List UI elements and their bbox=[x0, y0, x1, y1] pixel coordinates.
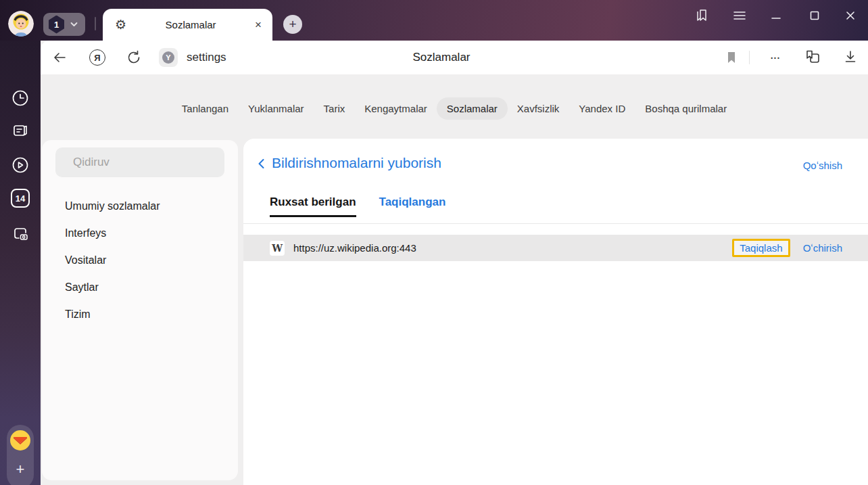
plus-icon: + bbox=[16, 461, 25, 478]
nav-tab-kengaytmalar[interactable]: Kengaytmalar bbox=[364, 103, 427, 114]
notes-button[interactable] bbox=[11, 121, 30, 140]
new-tab-button[interactable]: + bbox=[283, 15, 302, 34]
documents-icon bbox=[11, 121, 30, 140]
back-to-sites-button[interactable] bbox=[255, 157, 268, 170]
maximize-button[interactable] bbox=[806, 7, 823, 24]
wikipedia-favicon: W bbox=[270, 241, 285, 256]
tab-close-icon[interactable]: × bbox=[255, 19, 262, 30]
nav-tab-tarix[interactable]: Tarix bbox=[324, 103, 345, 114]
screenshot-camera-icon bbox=[11, 224, 30, 243]
clock-icon bbox=[11, 89, 30, 108]
minimize-button[interactable] bbox=[767, 7, 785, 24]
collections-icon bbox=[804, 49, 821, 65]
hamburger-menu-icon bbox=[733, 10, 746, 21]
tab-title: Sozlamalar bbox=[126, 19, 255, 30]
tab-sozlamalar[interactable]: ⚙ Sozlamalar × bbox=[103, 9, 272, 41]
video-button[interactable] bbox=[11, 156, 30, 175]
chevron-down-icon bbox=[70, 22, 78, 27]
mail-icon bbox=[9, 430, 31, 451]
close-window-button[interactable] bbox=[842, 7, 859, 24]
avatar-girl-icon bbox=[8, 11, 34, 37]
sidebar-item-interfeys[interactable]: Interfeys bbox=[42, 220, 238, 247]
site-badge[interactable]: Y bbox=[159, 48, 178, 67]
play-circle-icon bbox=[11, 156, 30, 175]
yandex-home-button[interactable]: Я bbox=[89, 49, 105, 66]
nav-tab-yuklanmalar[interactable]: Yuklanmalar bbox=[248, 103, 304, 114]
add-site-link[interactable]: Qoʻshish bbox=[803, 160, 842, 171]
bookmarks-panel-button[interactable] bbox=[693, 7, 710, 24]
sidebar-item-vositalar[interactable]: Vositalar bbox=[42, 247, 238, 274]
tab-ruxsat-berilgan[interactable]: Ruxsat berilgan bbox=[270, 195, 356, 217]
section-title[interactable]: Bildirishnomalarni yuborish bbox=[272, 155, 441, 171]
downloads-button[interactable] bbox=[842, 49, 859, 65]
bookmark-button[interactable] bbox=[723, 49, 740, 66]
nav-tab-boshqa-qurilmalar[interactable]: Boshqa qurilmalar bbox=[645, 103, 727, 114]
main-panel: Bildirishnomalarni yuborish Qoʻshish Rux… bbox=[243, 139, 868, 485]
close-icon bbox=[845, 10, 856, 21]
toolbar: Я Y settings Sozlamalar ... bbox=[41, 41, 868, 74]
nav-tab-xavfsizlik[interactable]: Xavfsizlik bbox=[517, 103, 560, 114]
bookmark-flag-icon bbox=[725, 51, 738, 64]
tabbar-divider bbox=[95, 17, 96, 30]
bookmarks-icon bbox=[694, 7, 710, 24]
nav-tab-tanlangan[interactable]: Tanlangan bbox=[182, 103, 228, 114]
pinned-apps-pill: + bbox=[7, 425, 34, 485]
tab-taqiqlangan[interactable]: Taqiqlangan bbox=[379, 195, 446, 217]
toolbar-divider bbox=[749, 51, 750, 64]
site-row: W https://uz.wikipedia.org:443 Taqiqlash… bbox=[243, 235, 868, 261]
sidebar-item-saytlar[interactable]: Saytlar bbox=[42, 274, 238, 301]
nav-tab-sozlamalar[interactable]: Sozlamalar bbox=[437, 97, 508, 120]
settings-nav-tabs: Tanlangan Yuklanmalar Tarix Kengaytmalar… bbox=[41, 96, 868, 120]
taqiqlash-button[interactable]: Taqiqlash bbox=[732, 239, 790, 257]
tabs-divider bbox=[243, 223, 868, 224]
plus-icon: + bbox=[289, 17, 296, 32]
calendar-day-label: 14 bbox=[16, 193, 25, 204]
add-app-button[interactable]: + bbox=[7, 455, 34, 484]
maximize-icon bbox=[809, 10, 820, 21]
back-button[interactable] bbox=[51, 49, 68, 66]
gear-icon: ⚙ bbox=[115, 18, 126, 31]
sidebar-item-tizim[interactable]: Tizim bbox=[42, 301, 238, 328]
tab-count-badge: 1 bbox=[48, 16, 65, 34]
more-actions-button[interactable]: ... bbox=[765, 41, 786, 70]
yandex-mail-button[interactable] bbox=[9, 430, 31, 451]
settings-menu: Umumiy sozlamalar Interfeys Vositalar Sa… bbox=[42, 193, 238, 328]
calendar-button[interactable]: 14 bbox=[11, 189, 30, 208]
screenshot-button[interactable] bbox=[11, 224, 30, 243]
page-title: Sozlamalar bbox=[333, 41, 550, 74]
back-arrow-icon bbox=[52, 50, 67, 65]
profile-avatar[interactable] bbox=[8, 11, 34, 37]
refresh-icon bbox=[126, 50, 141, 65]
download-icon bbox=[843, 49, 858, 64]
permission-tabs: Ruxsat berilgan Taqiqlangan bbox=[270, 195, 445, 217]
browser-window: 1 ⚙ Sozlamalar × + bbox=[0, 0, 868, 485]
tab-bar: 1 ⚙ Sozlamalar × + bbox=[0, 0, 868, 41]
collections-button[interactable] bbox=[804, 49, 821, 65]
side-rail: 14 + bbox=[0, 41, 41, 485]
search-input[interactable] bbox=[55, 147, 224, 177]
site-favicon-letter: Y bbox=[162, 51, 174, 64]
minimize-icon bbox=[771, 10, 781, 21]
address-bar[interactable]: settings bbox=[187, 41, 226, 74]
tab-counter[interactable]: 1 bbox=[43, 13, 85, 36]
site-url: https://uz.wikipedia.org:443 bbox=[293, 242, 416, 254]
history-button[interactable] bbox=[11, 89, 30, 108]
nav-tab-yandex-id[interactable]: Yandex ID bbox=[579, 103, 625, 114]
ochirish-button[interactable]: Oʻchirish bbox=[803, 242, 842, 254]
yandex-letter: Я bbox=[94, 53, 100, 63]
refresh-button[interactable] bbox=[126, 49, 142, 66]
sidebar-item-umumiy-sozlamalar[interactable]: Umumiy sozlamalar bbox=[42, 193, 238, 220]
menu-button[interactable] bbox=[731, 7, 748, 24]
settings-sidebar-panel: Umumiy sozlamalar Interfeys Vositalar Sa… bbox=[42, 140, 238, 480]
chevron-left-icon bbox=[255, 157, 268, 170]
